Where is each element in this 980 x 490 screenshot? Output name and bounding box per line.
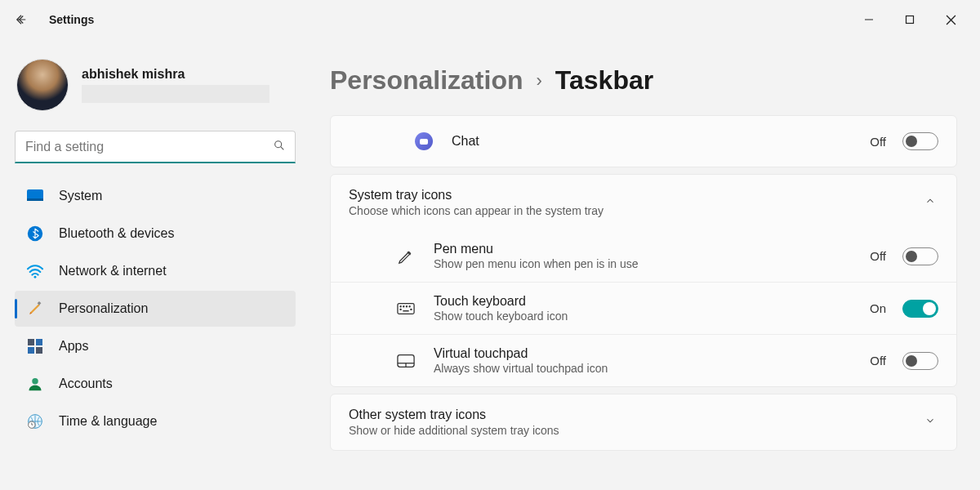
svg-point-15 [32,378,38,385]
minimize-icon [864,15,874,24]
touch-keyboard-toggle[interactable] [902,300,938,318]
nav-label: Accounts [59,376,113,391]
avatar [16,59,69,111]
breadcrumb: Personalization › Taskbar [330,65,957,96]
bluetooth-icon [26,225,44,243]
svg-rect-12 [36,339,42,345]
svg-point-4 [275,141,282,148]
titlebar: Settings [0,0,980,39]
svg-rect-1 [906,16,914,24]
nav-label: Time & language [59,414,157,429]
nav-label: Personalization [59,301,148,316]
row-virtual-touchpad: Virtual touchpad Always show virtual tou… [331,334,956,386]
section-title: Other system tray icons [349,408,922,422]
section-header-tray[interactable]: System tray icons Choose which icons can… [331,175,956,230]
window-controls [858,8,972,31]
nav-personalization[interactable]: Personalization [15,291,296,327]
touchpad-icon [394,354,417,368]
svg-point-20 [403,305,404,306]
paintbrush-icon [26,300,44,318]
clock-globe-icon [26,412,44,430]
pen-menu-toggle[interactable] [902,247,938,265]
toggle-state: Off [870,249,886,263]
window-title: Settings [49,13,94,26]
search-icon [273,139,286,155]
apps-icon [26,337,44,355]
profile-name: abhishek mishra [82,67,270,82]
row-title: Pen menu [434,242,853,256]
svg-point-9 [34,276,37,278]
nav-time-language[interactable]: Time & language [15,403,296,439]
back-button[interactable] [8,7,34,33]
maximize-button[interactable] [898,8,921,31]
row-title: Touch keyboard [434,294,853,309]
card-chat: Chat Off [330,115,957,167]
search-wrap [15,131,296,163]
section-desc: Choose which icons can appear in the sys… [349,204,922,217]
nav-apps[interactable]: Apps [15,328,296,364]
svg-rect-11 [28,339,34,345]
nav-label: Network & internet [59,264,167,278]
svg-point-22 [409,305,410,306]
toggle-state: Off [870,354,886,368]
nav-label: Apps [59,339,88,354]
content: Personalization › Taskbar Chat Off Syste… [310,39,980,490]
pen-icon [394,247,417,265]
nav-bluetooth[interactable]: Bluetooth & devices [15,216,296,252]
chevron-down-icon [922,415,938,430]
svg-point-21 [406,305,407,306]
section-desc: Show or hide additional system tray icon… [349,424,922,437]
nav: System Bluetooth & devices Network & int… [15,178,296,439]
chevron-up-icon [922,195,938,210]
row-desc: Show pen menu icon when pen is in use [434,257,853,270]
close-icon [946,15,956,25]
chat-icon [412,132,435,150]
row-chat: Chat Off [331,116,956,167]
svg-point-19 [400,305,401,306]
keyboard-icon [394,302,417,315]
row-title: Virtual touchpad [434,346,853,361]
search-input[interactable] [15,131,296,163]
row-desc: Always show virtual touchpad icon [434,362,853,375]
nav-system[interactable]: System [15,178,296,214]
display-icon [26,187,44,205]
close-button[interactable] [939,8,962,31]
profile-block[interactable]: abhishek mishra [15,59,296,111]
nav-label: System [59,189,102,203]
card-other-tray: Other system tray icons Show or hide add… [330,394,957,451]
row-desc: Show touch keyboard icon [434,310,853,323]
row-touch-keyboard: Touch keyboard Show touch keyboard icon … [331,282,956,334]
row-title: Chat [452,134,853,149]
profile-email-redacted [82,85,270,103]
svg-point-23 [400,309,401,310]
card-system-tray: System tray icons Choose which icons can… [330,174,957,387]
nav-accounts[interactable]: Accounts [15,366,296,402]
minimize-button[interactable] [858,8,880,31]
toggle-state: Off [870,135,886,149]
svg-rect-13 [28,347,34,354]
arrow-left-icon [14,12,29,27]
toggle-state: On [870,301,886,315]
sidebar: abhishek mishra System Bluetooth & devic… [0,39,310,490]
nav-label: Bluetooth & devices [59,226,174,241]
wifi-icon [26,262,44,280]
breadcrumb-parent[interactable]: Personalization [330,65,523,96]
svg-rect-7 [27,198,43,201]
chevron-right-icon: › [537,70,542,91]
row-pen-menu: Pen menu Show pen menu icon when pen is … [331,230,956,282]
section-header-other[interactable]: Other system tray icons Show or hide add… [331,394,956,450]
svg-line-5 [281,147,284,150]
virtual-touchpad-toggle[interactable] [902,352,938,370]
svg-point-24 [411,309,412,310]
chat-toggle[interactable] [902,132,938,150]
breadcrumb-current: Taskbar [555,65,653,96]
svg-rect-14 [36,347,42,354]
person-icon [26,375,44,393]
maximize-icon [905,15,915,24]
nav-network[interactable]: Network & internet [15,253,296,289]
section-title: System tray icons [349,188,922,203]
